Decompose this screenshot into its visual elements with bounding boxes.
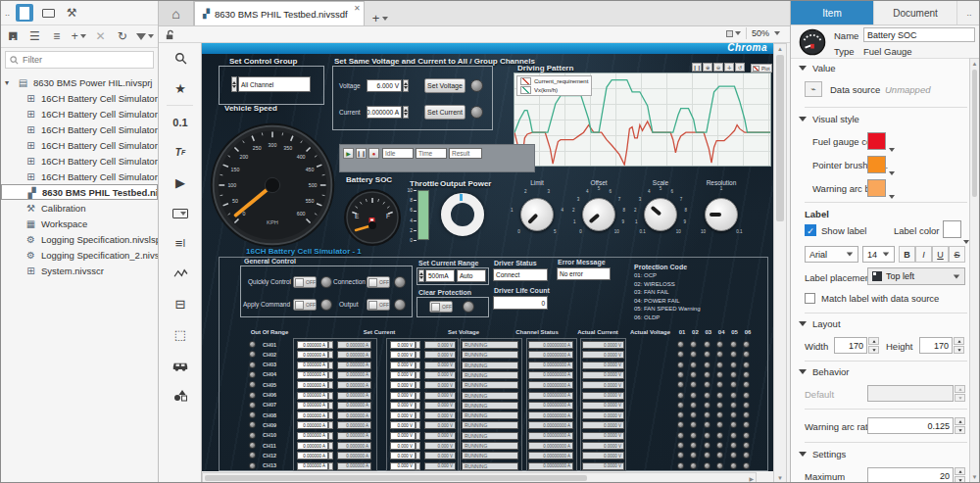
result-field[interactable]: Result [449,148,482,159]
set-current-spinner[interactable] [328,392,333,400]
show-label-checkbox[interactable]: ✓ [805,224,816,236]
filter-icon[interactable] [136,27,154,45]
font-size-dropdown[interactable]: 14 [862,246,895,263]
set-current-input[interactable]: 0.000000 A [297,452,328,459]
set-current-input[interactable]: 0.000000 A [297,421,328,429]
set-voltage-input[interactable]: 0.000 V [390,362,416,369]
layout-section-header[interactable]: Layout [799,318,841,329]
set-voltage-input[interactable]: 0.000 V [390,452,416,459]
set-current-input[interactable]: 0.000000 A [297,362,328,369]
canvas-vertical-scrollbar[interactable]: ▲ ▼ [773,43,787,483]
set-voltage-spinner[interactable] [416,452,420,459]
name-input[interactable] [863,27,975,42]
current-input[interactable]: 0.000000 A [367,106,402,119]
set-voltage-button[interactable]: Set Voltage [424,78,466,93]
tree-item[interactable]: ⚒Calibration [1,200,158,216]
chart-pan-icon[interactable]: ✛ [724,63,734,72]
knob-limit[interactable]: 012345 [506,183,568,246]
filter-input[interactable] [23,55,140,65]
set-current-input[interactable]: 0.000000 A [297,432,328,440]
set-voltage-spinner[interactable] [416,462,420,470]
graph-control-icon[interactable] [159,259,202,289]
swatch-caret[interactable] [889,195,895,199]
style-button-i[interactable]: I [915,246,932,263]
set-voltage-input[interactable]: 0.000 V [390,371,416,379]
set-voltage-input[interactable]: 0.000 V [390,432,416,440]
set-current-spinner[interactable] [328,452,333,459]
label-color-swatch[interactable] [943,220,961,238]
tree-item[interactable]: ▦Workspace [1,216,158,231]
set-voltage-input[interactable]: 0.000 V [390,402,416,410]
tab-document[interactable]: Document [874,1,957,24]
tree-item[interactable]: ⊞16CH Battery Cell Simulator -... [1,121,158,137]
data-source-icon[interactable]: ⌁ [805,81,822,97]
tree-item[interactable]: ⊞System.nivsscr [1,263,158,278]
set-voltage-spinner[interactable] [416,421,420,429]
set-voltage-input[interactable]: 0.000 V [390,421,416,429]
knob-offset[interactable]: 012345678910 [567,183,630,246]
record-icon[interactable]: ● [368,148,379,159]
set-voltage-spinner[interactable] [416,371,420,379]
set-voltage-spinner[interactable] [416,442,420,450]
set-current-input[interactable]: 0.000000 A [297,442,328,450]
set-current-input[interactable]: 0.000000 A [297,341,328,349]
range-spinner[interactable] [418,269,424,282]
close-tab-icon[interactable]: ✕ [354,4,361,13]
color-swatch[interactable] [867,179,886,197]
control-group-dropdown[interactable]: All Channel [238,76,311,92]
style-button-u[interactable]: U [932,246,949,263]
value-section-header[interactable]: Value [799,63,836,73]
set-current-spinner[interactable] [328,402,333,410]
set-voltage-spinner[interactable] [416,381,420,389]
set-current-input[interactable]: 0.000000 A [297,392,328,400]
plot-legend[interactable]: Plot [751,64,772,72]
knob-resolution[interactable]: 1010.1 [690,183,753,246]
font-family-dropdown[interactable]: Arial [805,246,858,263]
properties-scrollbar[interactable]: ▲ ▼ [969,58,980,483]
active-document-tab[interactable]: ▞ 8630 BMS PHIL Testbed.nivssdf ✕ [194,1,365,25]
voltage-spinner[interactable] [403,79,409,92]
style-button-b[interactable]: B [899,246,915,263]
tree-item[interactable]: ⚙Logging Specification_2.nivsls... [1,247,158,263]
toggle-quickly-control[interactable]: OFF [293,276,317,288]
voltage-input[interactable]: 6.000 V [367,79,402,92]
match-label-checkbox[interactable] [805,293,815,304]
favorites-star-icon[interactable]: ★ [159,73,202,104]
text-control-icon[interactable]: ≡Ι [159,228,202,259]
save-all-icon[interactable]: 🖪 [5,27,21,45]
current-spinner[interactable] [403,106,409,119]
state-field[interactable]: Idle [382,148,414,159]
zoom-fit-icon[interactable] [726,30,741,37]
set-current-spinner[interactable] [328,432,333,440]
vehicle-speed-gauge[interactable]: 050100150200250300350400450500550600 KPH [207,120,338,251]
time-field[interactable]: Time [416,148,447,159]
tools-icon[interactable]: ⚒ [63,4,80,22]
set-current-input[interactable]: 0.000000 A [297,381,328,389]
swatch-caret[interactable] [889,148,895,152]
set-current-spinner[interactable] [328,442,333,450]
throttle-slider[interactable] [417,190,429,240]
refresh-icon[interactable]: ↻ [115,27,130,45]
set-voltage-spinner[interactable] [416,362,420,369]
hierarchy-control-icon[interactable]: ⊟ [159,289,202,319]
monitor-icon[interactable] [39,4,57,22]
set-current-input[interactable]: 0.000000 A [297,371,328,379]
zoom-level-value[interactable]: 50% [752,28,769,38]
range-mode-field[interactable]: Auto [457,269,486,282]
scroll-up-icon[interactable]: ▲ [774,46,786,52]
set-voltage-input[interactable]: 0.000 V [390,341,416,349]
set-voltage-spinner[interactable] [416,351,420,359]
set-current-spinner[interactable] [328,421,333,429]
set-voltage-spinner[interactable] [416,402,420,410]
overflow-dots-icon[interactable]: .. [5,8,10,18]
new-tab-button[interactable]: + [372,11,389,25]
visual-style-section-header[interactable]: Visual style [799,114,859,124]
set-current-spinner[interactable] [328,462,333,470]
tree-item[interactable]: ⊞16CH Battery Cell Simulator -... [1,153,158,169]
error-message-field[interactable]: No error [557,267,611,280]
width-spinner[interactable] [834,337,879,354]
set-current-input[interactable]: 0.000000 A [297,402,328,410]
filter-search-box[interactable] [5,51,154,69]
set-voltage-input[interactable]: 0.000 V [390,351,416,359]
set-current-spinner[interactable] [328,411,333,419]
